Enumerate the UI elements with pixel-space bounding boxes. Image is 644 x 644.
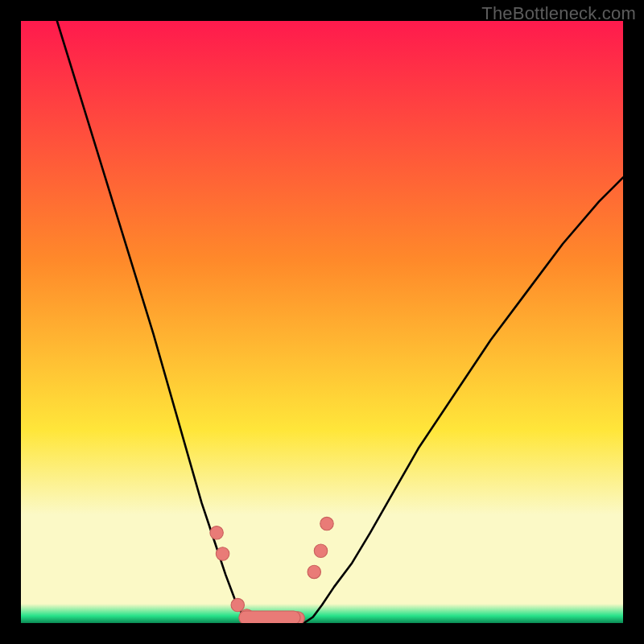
data-marker [216, 547, 229, 560]
bottleneck-curve [57, 21, 623, 623]
markers-group [210, 517, 333, 623]
plot-area [21, 21, 623, 623]
data-marker [320, 517, 333, 530]
data-marker [210, 526, 223, 539]
trough-bar [239, 611, 300, 623]
watermark-text: TheBottleneck.com [481, 3, 636, 24]
data-marker [231, 598, 244, 611]
chart-stage: TheBottleneck.com [0, 0, 644, 644]
data-marker [308, 565, 320, 578]
data-marker [314, 544, 327, 557]
curve-layer [21, 21, 623, 623]
